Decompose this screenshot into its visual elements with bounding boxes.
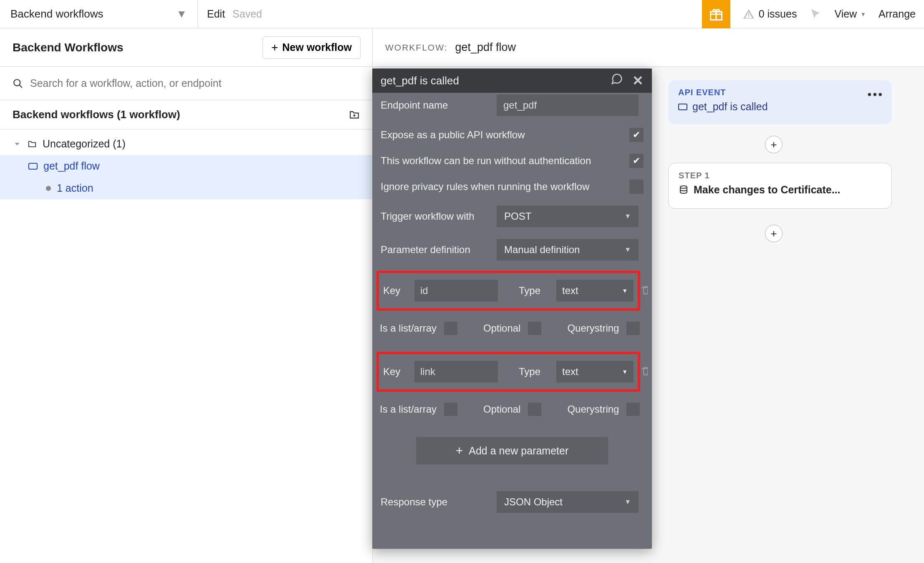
noauth-row: This workflow can be run without authent…	[376, 148, 648, 174]
dot-icon	[46, 186, 51, 191]
comment-icon[interactable]	[611, 73, 623, 89]
issues-indicator[interactable]: 0 issues	[743, 8, 797, 20]
endpoint-row: Endpoint name	[376, 89, 648, 122]
chevron-down-icon: ▼	[622, 368, 628, 375]
trash-icon[interactable]	[640, 366, 648, 378]
optional-checkbox[interactable]	[528, 322, 541, 335]
page-selector[interactable]: Backend workflows ▼	[0, 0, 198, 28]
step-title: Make changes to Certificate...	[694, 184, 841, 196]
more-icon[interactable]: •••	[868, 88, 884, 101]
chevron-down-icon: ▼	[624, 498, 631, 506]
add-step-button[interactable]: +	[765, 225, 783, 242]
endpoint-input[interactable]	[497, 94, 639, 116]
workflow-label: WORKFLOW:	[385, 43, 447, 53]
workflow-canvas-area: WORKFLOW: get_pdf flow API EVENT get_pdf…	[373, 28, 924, 563]
noauth-label: This workflow can be run without authent…	[381, 155, 621, 167]
cursor-icon[interactable]	[809, 8, 822, 20]
sidebar-title: Backend Workflows	[13, 41, 124, 54]
type-label: Type	[519, 285, 548, 297]
workflows-list-header: Backend workflows (1 workflow)	[0, 100, 372, 129]
trash-icon[interactable]	[640, 285, 648, 297]
trigger-row: Trigger workflow with POST ▼	[376, 200, 648, 233]
querystring-label: Querystring	[567, 322, 619, 334]
param-key-input[interactable]	[414, 361, 498, 383]
response-select[interactable]: JSON Object ▼	[497, 491, 639, 513]
paramdef-value: Manual definition	[504, 244, 580, 256]
step-card[interactable]: STEP 1 Make changes to Certificate...	[668, 163, 892, 209]
tree-item-get-pdf-flow[interactable]: get_pdf flow	[0, 155, 372, 177]
chevron-down-icon: ▼	[622, 287, 628, 294]
param-key-input[interactable]	[414, 280, 498, 302]
param-type-select[interactable]: text ▼	[556, 280, 634, 302]
popup-title: get_pdf is called	[381, 74, 459, 87]
flow-icon	[678, 104, 687, 110]
topbar-right: 0 issues View ▼ Arrange	[702, 0, 924, 28]
expose-label: Expose as a public API workflow	[381, 129, 621, 141]
optional-label: Optional	[483, 403, 520, 415]
trigger-select[interactable]: POST ▼	[497, 205, 639, 227]
ignore-checkbox[interactable]	[629, 180, 644, 194]
noauth-checkbox[interactable]	[629, 154, 644, 168]
islist-checkbox[interactable]	[444, 322, 457, 335]
arrange-menu[interactable]: Arrange	[879, 8, 916, 20]
search-input[interactable]	[30, 77, 360, 89]
plus-icon: +	[456, 444, 463, 458]
flow-icon	[28, 163, 38, 170]
folder-icon	[28, 139, 37, 149]
expose-checkbox[interactable]	[629, 128, 644, 142]
islist-checkbox[interactable]	[444, 403, 457, 416]
type-label: Type	[519, 366, 548, 378]
folder-label: Uncategorized (1)	[43, 138, 126, 150]
param-type-value: text	[562, 366, 578, 378]
event-editor-popup: get_pdf is called ✕ Endpoint name E	[372, 68, 652, 549]
workflow-name: get_pdf flow	[455, 41, 516, 54]
sidebar: Backend Workflows + New workflow Backend…	[0, 28, 373, 563]
saved-status: Saved	[232, 8, 262, 20]
ignore-label: Ignore privacy rules when running the wo…	[381, 181, 621, 193]
event-card[interactable]: API EVENT get_pdf is called •••	[668, 80, 892, 124]
workflow-tree: Uncategorized (1) get_pdf flow 1 action	[0, 129, 372, 203]
param-flags-row: Is a list/array Optional Querystring	[376, 315, 648, 347]
page-selector-label: Backend workflows	[10, 8, 104, 20]
new-workflow-button[interactable]: + New workflow	[263, 36, 361, 59]
response-row: Response type JSON Object ▼	[376, 485, 648, 519]
close-icon[interactable]: ✕	[632, 73, 644, 89]
event-title: get_pdf is called	[692, 101, 768, 113]
tree-folder-uncategorized[interactable]: Uncategorized (1)	[0, 133, 372, 155]
islist-label: Is a list/array	[380, 403, 437, 415]
tree-item-action[interactable]: 1 action	[0, 177, 372, 199]
top-bar: Backend workflows ▼ Edit Saved 0 issues …	[0, 0, 924, 28]
add-step-button[interactable]: +	[765, 136, 783, 153]
response-value: JSON Object	[504, 496, 563, 508]
event-tag: API EVENT	[678, 88, 882, 97]
trigger-value: POST	[504, 210, 531, 222]
key-label: Key	[383, 366, 406, 378]
expose-row: Expose as a public API workflow	[376, 122, 648, 148]
islist-label: Is a list/array	[380, 322, 437, 334]
workflows-count-label: Backend workflows (1 workflow)	[13, 108, 180, 121]
workflow-header: WORKFLOW: get_pdf flow	[373, 28, 924, 67]
key-label: Key	[383, 285, 406, 297]
database-icon	[679, 185, 689, 195]
paramdef-label: Parameter definition	[381, 244, 488, 256]
querystring-label: Querystring	[567, 403, 619, 415]
querystring-checkbox[interactable]	[626, 403, 640, 416]
paramdef-select[interactable]: Manual definition ▼	[497, 239, 639, 261]
paramdef-row: Parameter definition Manual definition ▼	[376, 233, 648, 266]
gift-icon[interactable]	[702, 0, 730, 28]
chevron-down-icon: ▼	[860, 11, 866, 18]
chevron-down-icon: ▼	[176, 8, 187, 20]
edit-group: Edit Saved	[198, 0, 271, 28]
step-tag: STEP 1	[679, 171, 881, 180]
param-type-select[interactable]: text ▼	[556, 361, 634, 383]
querystring-checkbox[interactable]	[626, 322, 640, 335]
add-parameter-button[interactable]: + Add a new parameter	[416, 437, 608, 464]
endpoint-label: Endpoint name	[381, 99, 488, 111]
view-menu[interactable]: View ▼	[834, 8, 866, 20]
optional-checkbox[interactable]	[528, 403, 541, 416]
sidebar-header: Backend Workflows + New workflow	[0, 28, 372, 67]
edit-menu[interactable]: Edit	[207, 8, 225, 20]
new-workflow-label: New workflow	[282, 41, 352, 53]
parameter-block: Key Type text ▼	[376, 352, 640, 392]
new-folder-icon[interactable]	[349, 109, 360, 120]
